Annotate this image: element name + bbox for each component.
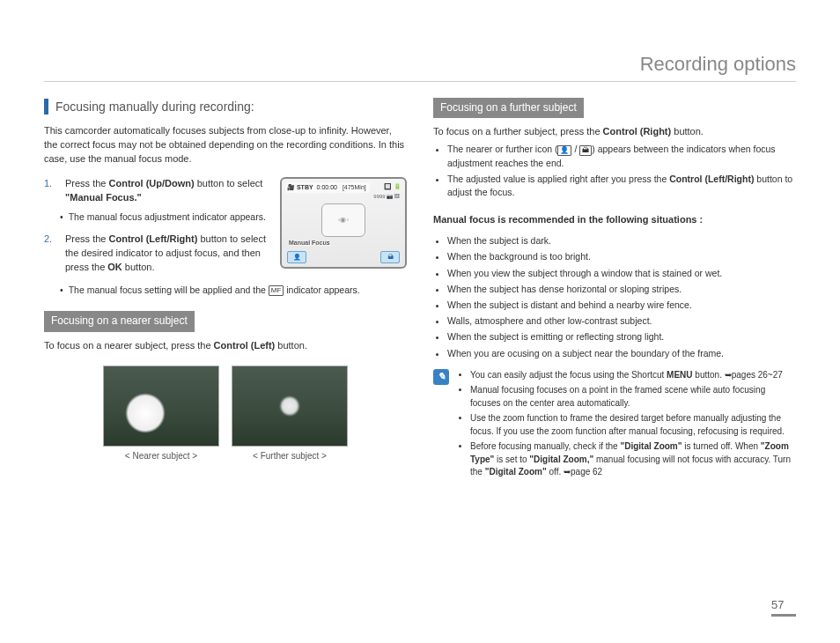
list-item: When you are ocusing on a subject near t… [447, 347, 796, 360]
lcd-stby: 🎥 STBY 0:00:00 [475Min] [285, 182, 370, 193]
list-item: Use the zoom function to frame the desir… [470, 412, 796, 438]
lcd-mode-label: Manual Focus [289, 239, 330, 248]
nearer-heading: Focusing on a nearer subject [44, 311, 195, 331]
far-subject-icon: 🏔 [579, 145, 592, 156]
lcd-info: 9999 📷 🖼 [373, 193, 400, 201]
section-title-text: Focusing manually during recording: [55, 98, 254, 115]
step-number: 1. [44, 177, 56, 205]
list-item: The nearer or further icon (👤 / 🏔) appea… [447, 143, 796, 169]
page-number: 57 [771, 598, 796, 617]
step-body: Press the Control (Left/Right) button to… [65, 233, 273, 275]
content-columns: Focusing manually during recording: This… [44, 98, 796, 608]
section-heading: Focusing manually during recording: [44, 98, 407, 115]
list-item: When the subject is emitting or reflecti… [447, 330, 796, 344]
nearer-image-block: < Nearer subject > [103, 366, 219, 463]
left-column: Focusing manually during recording: This… [44, 98, 407, 608]
list-item: When the subject is distant and behind a… [447, 299, 796, 312]
further-caption: < Further subject > [232, 450, 348, 463]
near-subject-icon: 👤 [557, 145, 571, 156]
step-1: 1. Press the Control (Up/Down) button to… [44, 177, 273, 205]
page-number-bar-icon [771, 614, 796, 617]
note-block: ✎ You can easily adjust the focus using … [433, 369, 796, 482]
manual-focus-icon: MF [269, 285, 284, 296]
list-item: When the background is too bright. [447, 250, 796, 263]
further-text: To focus on a further subject, press the… [433, 125, 796, 139]
list-item: The adjusted value is applied right afte… [447, 173, 796, 199]
list-item: When you view the subject through a wind… [447, 267, 796, 280]
nearer-caption: < Nearer subject > [103, 450, 219, 463]
step-1-sub: •The manual focus adjustment indicator a… [60, 211, 273, 224]
nearer-image [103, 366, 219, 447]
lcd-far-icon: 🏔 [380, 251, 400, 263]
situations-list: When the subject is dark. When the backg… [433, 234, 796, 360]
list-item: You can easily adjust the focus using th… [470, 369, 796, 382]
further-bullets: The nearer or further icon (👤 / 🏔) appea… [433, 143, 796, 199]
lcd-top-right-icons: 🔲🔋 [384, 182, 402, 191]
heading-bar-icon [44, 99, 48, 115]
example-images: < Nearer subject > < Further subject > [44, 366, 407, 463]
lcd-dpad-icon: ◦◉◦ [321, 203, 365, 237]
list-item: When the subject is dark. [447, 234, 796, 248]
step-number: 2. [44, 233, 56, 275]
further-image [232, 366, 348, 447]
recommend-title: Manual focus is recommended in the follo… [433, 213, 796, 227]
list-item: When the subject has dense horizontal or… [447, 283, 796, 296]
note-icon: ✎ [433, 369, 449, 385]
further-heading: Focusing on a further subject [433, 98, 584, 118]
page-title: Recording options [44, 53, 796, 82]
intro-paragraph: This camcorder automatically focuses sub… [44, 124, 407, 166]
list-item: Manual focusing focuses on a point in th… [470, 384, 796, 410]
lcd-near-icon: 👤 [287, 251, 306, 263]
list-item: Walls, atmosphere and other low-contrast… [447, 314, 796, 328]
list-item: Before focusing manually, check if the "… [470, 440, 796, 479]
note-body: You can easily adjust the focus using th… [458, 369, 796, 482]
step-2: 2. Press the Control (Left/Right) button… [44, 233, 273, 275]
further-image-block: < Further subject > [232, 366, 348, 463]
right-column: Focusing on a further subject To focus o… [433, 98, 796, 608]
nearer-text: To focus on a nearer subject, press the … [44, 339, 407, 353]
step-2-sub: • The manual focus setting will be appli… [60, 284, 407, 297]
step-body: Press the Control (Up/Down) button to se… [65, 177, 273, 205]
lcd-preview-figure: 🎥 STBY 0:00:00 [475Min] 🔲🔋 9999 📷 🖼 ◦◉◦ … [280, 177, 407, 269]
